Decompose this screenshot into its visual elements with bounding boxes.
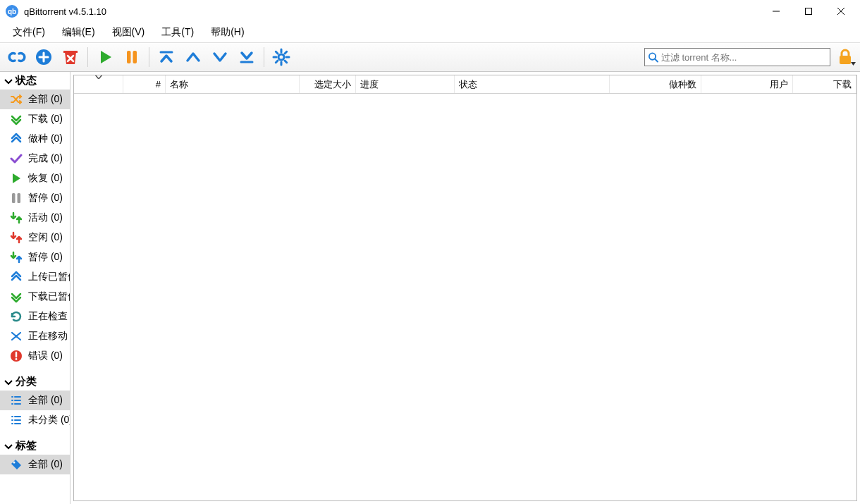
sidebar-category-uncategorized[interactable]: 未分类 (0) bbox=[0, 410, 70, 430]
sidebar-section-categories[interactable]: 分类 bbox=[0, 373, 70, 391]
toolbar-separator bbox=[87, 47, 88, 67]
column-label: 名称 bbox=[170, 78, 188, 91]
body-split: 状态 全部 (0) 下载 (0) 做种 (0) 完成 (0) 恢复 (0) 暂停… bbox=[0, 72, 860, 504]
move-top-button[interactable] bbox=[154, 44, 179, 70]
sidebar-item-label: 下载已暂停 ... bbox=[28, 290, 70, 303]
column-progress[interactable]: 进度 bbox=[356, 75, 455, 93]
maximize-button[interactable] bbox=[792, 0, 825, 23]
inactive-icon bbox=[10, 231, 23, 244]
active-icon bbox=[10, 211, 23, 224]
sidebar-section-status[interactable]: 状态 bbox=[0, 72, 70, 90]
column-label: 下载 bbox=[833, 78, 852, 91]
sidebar-item-stalled[interactable]: 暂停 (0) bbox=[0, 247, 70, 267]
svg-line-24 bbox=[655, 59, 658, 62]
column-status[interactable]: 状态 bbox=[455, 75, 610, 93]
titlebar: qb qBittorrent v4.5.1.10 bbox=[0, 0, 860, 23]
sidebar-item-label: 全部 (0) bbox=[28, 458, 63, 471]
sidebar-item-label: 正在检查 (0) bbox=[28, 310, 70, 323]
sidebar-category-all[interactable]: 全部 (0) bbox=[0, 391, 70, 410]
svg-rect-25 bbox=[840, 56, 851, 64]
check-icon bbox=[10, 152, 23, 165]
moving-icon bbox=[10, 330, 23, 343]
sidebar-item-paused[interactable]: 暂停 (0) bbox=[0, 188, 70, 208]
column-seeds[interactable]: 做种数 bbox=[610, 75, 701, 93]
sidebar-item-stalled-up[interactable]: 上传已暂停 ... bbox=[0, 267, 70, 287]
list-icon bbox=[10, 414, 23, 426]
chevron-down-icon bbox=[3, 441, 14, 452]
column-peers[interactable]: 用户 bbox=[701, 75, 793, 93]
stalled-icon bbox=[10, 251, 23, 264]
svg-point-28 bbox=[15, 335, 18, 338]
column-size[interactable]: 选定大小 bbox=[300, 75, 356, 93]
resume-button[interactable] bbox=[92, 44, 118, 70]
minimize-button[interactable] bbox=[760, 0, 792, 23]
toolbar-separator bbox=[264, 47, 264, 67]
sidebar-section-tags[interactable]: 标签 bbox=[0, 437, 70, 455]
column-label: 进度 bbox=[360, 78, 379, 91]
sidebar-item-label: 完成 (0) bbox=[28, 152, 63, 165]
sidebar-item-label: 暂停 (0) bbox=[28, 251, 63, 264]
filter-input[interactable] bbox=[661, 52, 827, 63]
section-header-label: 分类 bbox=[16, 375, 37, 388]
move-up-button[interactable] bbox=[180, 44, 206, 70]
delete-torrent-button[interactable] bbox=[58, 44, 83, 70]
sidebar-tag-all[interactable]: 全部 (0) bbox=[0, 455, 70, 474]
play-icon bbox=[10, 172, 23, 185]
sidebar-item-checking[interactable]: 正在检查 (0) bbox=[0, 307, 70, 326]
main-area: # 名称 选定大小 进度 状态 做种数 用户 下载 bbox=[70, 72, 860, 504]
menu-help[interactable]: 帮助(H) bbox=[202, 23, 252, 42]
column-sort-indicator[interactable] bbox=[74, 75, 123, 93]
close-button[interactable] bbox=[825, 0, 857, 23]
move-down-button[interactable] bbox=[207, 44, 233, 70]
menu-view[interactable]: 视图(V) bbox=[104, 23, 154, 42]
sidebar-item-label: 恢复 (0) bbox=[28, 172, 63, 185]
error-icon bbox=[10, 350, 23, 362]
svg-point-14 bbox=[278, 54, 284, 60]
sidebar-item-completed[interactable]: 完成 (0) bbox=[0, 149, 70, 168]
sidebar-item-resumed[interactable]: 恢复 (0) bbox=[0, 168, 70, 188]
column-name[interactable]: 名称 bbox=[166, 75, 300, 93]
svg-point-31 bbox=[16, 358, 18, 360]
sidebar-item-inactive[interactable]: 空闲 (0) bbox=[0, 228, 70, 247]
section-header-label: 标签 bbox=[16, 439, 37, 453]
menu-edit[interactable]: 编辑(E) bbox=[54, 23, 104, 42]
column-num[interactable]: # bbox=[123, 75, 166, 93]
list-icon bbox=[10, 394, 23, 407]
sidebar-item-seeding[interactable]: 做种 (0) bbox=[0, 129, 70, 149]
menu-file[interactable]: 文件(F) bbox=[4, 23, 54, 42]
chevron-down-icon bbox=[95, 75, 102, 79]
sidebar-item-all[interactable]: 全部 (0) bbox=[0, 90, 70, 109]
svg-line-21 bbox=[285, 51, 287, 54]
sidebar-item-label: 全部 (0) bbox=[28, 93, 63, 106]
tag-icon bbox=[10, 458, 23, 471]
refresh-icon bbox=[10, 310, 23, 323]
menu-tools[interactable]: 工具(T) bbox=[153, 23, 202, 42]
search-icon bbox=[648, 51, 658, 63]
preferences-button[interactable] bbox=[269, 44, 294, 70]
pause-button[interactable] bbox=[119, 44, 145, 70]
sidebar-item-downloading[interactable]: 下载 (0) bbox=[0, 109, 70, 129]
add-torrent-link-button[interactable] bbox=[4, 44, 30, 70]
column-label: 状态 bbox=[459, 78, 477, 91]
section-header-label: 状态 bbox=[16, 74, 37, 87]
svg-rect-1 bbox=[806, 8, 812, 15]
toolbar-separator bbox=[149, 47, 149, 67]
column-label: 做种数 bbox=[669, 78, 696, 91]
toolbar bbox=[0, 42, 860, 72]
stalled-up-icon bbox=[10, 271, 23, 283]
filter-wrapper bbox=[644, 48, 830, 66]
sidebar-item-label: 错误 (0) bbox=[28, 350, 63, 362]
sidebar-item-stalled-dl[interactable]: 下载已暂停 ... bbox=[0, 287, 70, 307]
sidebar-item-label: 暂停 (0) bbox=[28, 192, 63, 204]
column-down[interactable]: 下载 bbox=[793, 75, 856, 93]
move-bottom-button[interactable] bbox=[234, 44, 259, 70]
torrent-table[interactable]: # 名称 选定大小 进度 状态 做种数 用户 下载 bbox=[73, 75, 857, 501]
sidebar-item-active[interactable]: 活动 (0) bbox=[0, 208, 70, 228]
svg-rect-10 bbox=[127, 51, 131, 63]
sidebar-item-label: 正在移动 (0) bbox=[28, 330, 70, 343]
add-torrent-file-button[interactable] bbox=[31, 44, 56, 70]
lock-button[interactable] bbox=[835, 44, 856, 70]
upload-icon bbox=[10, 133, 23, 145]
sidebar-item-errored[interactable]: 错误 (0) bbox=[0, 346, 70, 366]
sidebar-item-moving[interactable]: 正在移动 (0) bbox=[0, 326, 70, 346]
